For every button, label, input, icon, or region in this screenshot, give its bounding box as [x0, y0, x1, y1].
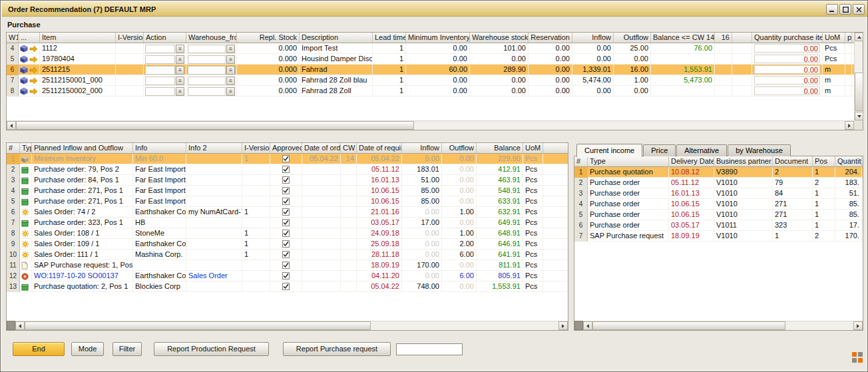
column-header-outflow[interactable]: Outflow: [442, 143, 477, 154]
planned-row[interactable]: 3Purchase order: 84, Pos 1Far East Impor…: [7, 175, 568, 186]
items-vertical-scrollbar[interactable]: [854, 33, 863, 120]
column-header-uom[interactable]: UoM: [523, 143, 543, 154]
mode-button[interactable]: Mode: [71, 342, 104, 356]
planned-horizontal-scrollbar[interactable]: [15, 321, 568, 330]
horizontal-scroll-thumb[interactable]: [25, 321, 371, 330]
column-header-quantity[interactable]: Quantity: [835, 156, 862, 167]
column-header-repl-stock[interactable]: Repl. Stock: [237, 33, 300, 43]
warehouse-from-choose-button[interactable]: ≡: [226, 66, 235, 75]
minimize-button[interactable]: [826, 4, 838, 15]
column-header-warehouse-stock[interactable]: Warehouse stock: [470, 33, 529, 43]
action-choose-button[interactable]: ≡: [176, 45, 184, 53]
column-header-quantity[interactable]: Quantity purchase item: [752, 33, 823, 43]
income-row[interactable]: 5Purchase order10.06.15V1010271185.: [574, 210, 863, 220]
column-header-uom[interactable]: UoM: [823, 33, 845, 43]
income-row[interactable]: 2Purchase order05.11.12V1010792183.: [574, 178, 863, 188]
column-header-p[interactable]: p: [845, 33, 852, 43]
action-input[interactable]: [145, 66, 175, 75]
warehouse-from-choose-button[interactable]: ≡: [226, 77, 235, 85]
vertical-scroll-thumb[interactable]: [855, 73, 863, 111]
action-choose-button[interactable]: ≡: [176, 66, 184, 75]
column-header-inflow[interactable]: Inflow: [402, 143, 442, 154]
column-header-info[interactable]: Info: [133, 143, 186, 154]
column-header-planned-document[interactable]: Planned Inflow and Outflow: [32, 143, 133, 154]
planned-row[interactable]: 2Purchase order: 79, Pos 2Far East Impor…: [7, 164, 568, 175]
warehouse-from-choose-button[interactable]: ≡: [226, 55, 235, 64]
scroll-left-button[interactable]: [7, 121, 16, 130]
report-purchase-request-button[interactable]: Report Purchase request: [283, 342, 391, 356]
planned-row[interactable]: 11SAP Purchase request: 1, Pos 218.09.19…: [7, 260, 568, 271]
column-header-minimum-inventory[interactable]: Minimum Inventory: [406, 33, 470, 43]
column-header-description[interactable]: Description: [300, 33, 373, 43]
approved-checkbox[interactable]: [282, 251, 290, 258]
warehouse-from-input[interactable]: [188, 66, 226, 75]
approved-checkbox[interactable]: [282, 283, 290, 290]
column-header-cw-16[interactable]: 16: [715, 33, 732, 43]
column-header-delivery-date[interactable]: Delivery Date: [669, 156, 714, 167]
scroll-right-button[interactable]: [853, 321, 863, 330]
column-header-balance[interactable]: Balance: [477, 143, 523, 154]
column-header-balance[interactable]: Balance <= CW 14: [651, 33, 715, 43]
income-row[interactable]: 6Purchase order03.05.17V1011323117.: [574, 220, 863, 231]
approved-checkbox[interactable]: [282, 219, 290, 226]
column-header-row-number[interactable]: #: [574, 156, 588, 167]
quantity-input[interactable]: 0.00: [754, 44, 820, 53]
maximize-button[interactable]: [839, 4, 851, 15]
approved-checkbox[interactable]: [282, 230, 290, 237]
tab-by-warehouse[interactable]: by Warehouse: [728, 144, 791, 156]
approved-checkbox[interactable]: [282, 262, 290, 269]
approved-checkbox[interactable]: [282, 155, 290, 162]
warehouse-from-input[interactable]: [188, 55, 226, 64]
approved-checkbox[interactable]: [282, 208, 290, 216]
layout-grid-icon[interactable]: [852, 352, 863, 363]
planned-row[interactable]: 1Minimum InventoryMin 60.0105.04.221405.…: [7, 154, 568, 164]
item-row[interactable]: 825112150002_000≡≡0.000Fahrrad 28 Zoll10…: [7, 86, 854, 96]
column-header-date-of-requirement[interactable]: Date of requirement: [357, 143, 402, 154]
planned-row[interactable]: 9Sales Order: 109 / 1Earthshaker Cor125.…: [7, 239, 568, 250]
item-row[interactable]: 41112≡≡0.000Import Test10.00101.000.000.…: [7, 43, 854, 54]
tab-alternative[interactable]: Alternative: [676, 144, 727, 156]
scroll-left-button[interactable]: [15, 321, 25, 330]
scroll-up-button[interactable]: [855, 33, 863, 41]
column-header-i-version[interactable]: I-Version: [116, 33, 144, 43]
warehouse-from-choose-button[interactable]: ≡: [226, 45, 235, 53]
report-production-request-button[interactable]: Report Production Request: [154, 342, 269, 356]
column-header-lead-time[interactable]: Lead time: [373, 33, 406, 43]
scroll-left-button[interactable]: [583, 321, 592, 330]
column-header-inflow[interactable]: Inflow: [572, 33, 614, 43]
column-header-type[interactable]: Type: [588, 156, 669, 167]
planned-row[interactable]: 6Sales Order: 74 / 2Earthshaker Cormy Nu…: [7, 207, 568, 218]
action-input[interactable]: [145, 77, 175, 85]
item-row[interactable]: 519780404≡≡0.000Housind Damper Disc M10.…: [7, 54, 854, 65]
action-choose-button[interactable]: ≡: [176, 77, 184, 85]
column-header-approved[interactable]: Approved: [270, 143, 302, 154]
planned-row[interactable]: 10Sales Order: 111 / 1Mashina Corp.128.1…: [7, 250, 568, 260]
scroll-right-button[interactable]: [845, 121, 854, 130]
approved-checkbox[interactable]: [282, 176, 290, 184]
planned-row[interactable]: 8Sales Order: 108 / 1StoneMe124.09.180.0…: [7, 228, 568, 239]
column-header-date-of-order[interactable]: Date of order: [302, 143, 341, 154]
column-header-row-number[interactable]: W15: [7, 33, 19, 43]
approved-checkbox[interactable]: [282, 187, 290, 194]
scroll-right-button[interactable]: [558, 321, 568, 330]
column-header-reservation[interactable]: Reservation: [529, 33, 572, 43]
column-header-item-icons[interactable]: ...: [19, 33, 40, 43]
action-input[interactable]: [145, 55, 175, 64]
approved-checkbox[interactable]: [282, 240, 290, 248]
tab-current-income[interactable]: Current income: [576, 144, 642, 157]
item-row[interactable]: 725112150001_000≡≡0.000Fahrrad 28 Zoll b…: [7, 75, 854, 86]
tab-price[interactable]: Price: [643, 144, 676, 156]
warehouse-from-choose-button[interactable]: ≡: [226, 87, 235, 96]
income-row[interactable]: 1Purchase quotation10.08.12V389021204.: [574, 167, 863, 178]
approved-checkbox[interactable]: [282, 272, 290, 279]
window-titlebar[interactable]: Order Recommendation (7) DEFAULT MRP: [2, 2, 867, 17]
column-header-info2[interactable]: Info 2: [186, 143, 242, 154]
warehouse-from-input[interactable]: [188, 45, 226, 53]
action-input[interactable]: [145, 87, 175, 96]
column-header-action[interactable]: Action: [144, 33, 186, 43]
warehouse-from-input[interactable]: [188, 87, 226, 96]
income-row[interactable]: 7SAP Purchase request18.09.19V101012170.: [574, 231, 863, 242]
column-header-warehouse-from[interactable]: Warehouse_from: [186, 33, 237, 43]
approved-checkbox[interactable]: [282, 166, 290, 173]
approved-checkbox[interactable]: [282, 198, 290, 205]
